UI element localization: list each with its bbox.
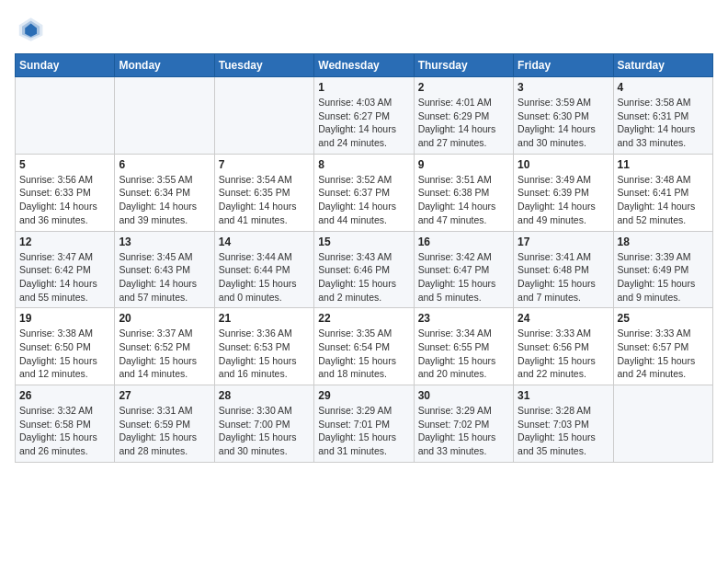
day-info: Sunrise: 3:32 AMSunset: 6:58 PMDaylight:… [19,404,110,458]
week-row-5: 26Sunrise: 3:32 AMSunset: 6:58 PMDayligh… [16,385,713,463]
day-number: 28 [219,389,310,402]
day-info: Sunrise: 3:44 AMSunset: 6:44 PMDaylight:… [219,250,310,304]
week-row-4: 19Sunrise: 3:38 AMSunset: 6:50 PMDayligh… [16,308,713,385]
day-number: 8 [318,158,409,171]
logo [15,15,48,44]
calendar-cell [613,385,712,463]
day-number: 6 [119,158,210,171]
calendar-cell: 16Sunrise: 3:42 AMSunset: 6:47 PMDayligh… [414,231,513,308]
calendar-header: SundayMondayTuesdayWednesdayThursdayFrid… [16,54,713,77]
day-number: 13 [119,236,210,248]
day-info: Sunrise: 3:30 AMSunset: 7:00 PMDaylight:… [219,404,310,458]
calendar-cell: 29Sunrise: 3:29 AMSunset: 7:01 PMDayligh… [314,385,414,463]
day-header-wednesday: Wednesday [314,54,414,77]
day-number: 19 [19,312,110,325]
day-info: Sunrise: 3:48 AMSunset: 6:41 PMDaylight:… [618,173,709,227]
day-number: 24 [518,312,609,325]
calendar-cell: 30Sunrise: 3:29 AMSunset: 7:02 PMDayligh… [414,385,513,463]
calendar-cell: 14Sunrise: 3:44 AMSunset: 6:44 PMDayligh… [214,231,313,308]
calendar-cell: 9Sunrise: 3:51 AMSunset: 6:38 PMDaylight… [414,154,513,231]
calendar-cell: 18Sunrise: 3:39 AMSunset: 6:49 PMDayligh… [613,231,712,308]
day-number: 16 [418,236,509,248]
calendar-cell: 31Sunrise: 3:28 AMSunset: 7:03 PMDayligh… [514,385,613,463]
day-number: 22 [318,312,409,325]
day-header-saturday: Saturday [613,54,712,77]
header-row: SundayMondayTuesdayWednesdayThursdayFrid… [16,54,713,77]
day-info: Sunrise: 3:28 AMSunset: 7:03 PMDaylight:… [518,404,609,458]
calendar-cell: 1Sunrise: 4:03 AMSunset: 6:27 PMDaylight… [314,77,414,155]
day-info: Sunrise: 3:31 AMSunset: 6:59 PMDaylight:… [119,404,210,458]
day-info: Sunrise: 3:38 AMSunset: 6:50 PMDaylight:… [19,327,110,381]
day-info: Sunrise: 3:35 AMSunset: 6:54 PMDaylight:… [318,327,409,381]
day-info: Sunrise: 3:29 AMSunset: 7:02 PMDaylight:… [418,404,509,458]
day-info: Sunrise: 3:55 AMSunset: 6:34 PMDaylight:… [119,173,210,227]
day-info: Sunrise: 3:52 AMSunset: 6:37 PMDaylight:… [318,173,409,227]
day-info: Sunrise: 3:37 AMSunset: 6:52 PMDaylight:… [119,327,210,381]
day-number: 25 [618,312,709,325]
day-number: 12 [19,236,110,248]
day-number: 20 [119,312,210,325]
day-number: 2 [418,81,509,94]
week-row-1: 1Sunrise: 4:03 AMSunset: 6:27 PMDaylight… [16,77,713,155]
day-info: Sunrise: 3:56 AMSunset: 6:33 PMDaylight:… [19,173,110,227]
day-number: 27 [119,389,210,402]
calendar-cell: 2Sunrise: 4:01 AMSunset: 6:29 PMDaylight… [414,77,513,155]
day-number: 5 [19,158,110,171]
calendar-cell: 15Sunrise: 3:43 AMSunset: 6:46 PMDayligh… [314,231,414,308]
day-info: Sunrise: 3:42 AMSunset: 6:47 PMDaylight:… [418,250,509,304]
page-container: SundayMondayTuesdayWednesdayThursdayFrid… [0,0,728,472]
day-number: 23 [418,312,509,325]
calendar-cell: 17Sunrise: 3:41 AMSunset: 6:48 PMDayligh… [514,231,613,308]
calendar-cell: 27Sunrise: 3:31 AMSunset: 6:59 PMDayligh… [115,385,214,463]
day-number: 26 [19,389,110,402]
day-number: 15 [318,236,409,248]
calendar-cell: 24Sunrise: 3:33 AMSunset: 6:56 PMDayligh… [514,308,613,385]
day-info: Sunrise: 3:58 AMSunset: 6:31 PMDaylight:… [618,96,709,150]
day-number: 29 [318,389,409,402]
calendar-cell: 8Sunrise: 3:52 AMSunset: 6:37 PMDaylight… [314,154,414,231]
calendar-cell: 26Sunrise: 3:32 AMSunset: 6:58 PMDayligh… [16,385,115,463]
calendar-cell: 28Sunrise: 3:30 AMSunset: 7:00 PMDayligh… [214,385,313,463]
calendar-cell: 12Sunrise: 3:47 AMSunset: 6:42 PMDayligh… [16,231,115,308]
day-info: Sunrise: 3:33 AMSunset: 6:56 PMDaylight:… [518,327,609,381]
calendar-cell: 6Sunrise: 3:55 AMSunset: 6:34 PMDaylight… [115,154,214,231]
day-info: Sunrise: 3:43 AMSunset: 6:46 PMDaylight:… [318,250,409,304]
day-info: Sunrise: 3:59 AMSunset: 6:30 PMDaylight:… [518,96,609,150]
day-info: Sunrise: 3:33 AMSunset: 6:57 PMDaylight:… [618,327,709,381]
calendar-cell [214,77,313,155]
day-info: Sunrise: 3:54 AMSunset: 6:35 PMDaylight:… [219,173,310,227]
calendar-cell: 5Sunrise: 3:56 AMSunset: 6:33 PMDaylight… [16,154,115,231]
day-info: Sunrise: 3:34 AMSunset: 6:55 PMDaylight:… [418,327,509,381]
calendar-cell: 23Sunrise: 3:34 AMSunset: 6:55 PMDayligh… [414,308,513,385]
day-info: Sunrise: 3:29 AMSunset: 7:01 PMDaylight:… [318,404,409,458]
day-info: Sunrise: 3:41 AMSunset: 6:48 PMDaylight:… [518,250,609,304]
calendar-cell: 20Sunrise: 3:37 AMSunset: 6:52 PMDayligh… [115,308,214,385]
calendar-cell: 11Sunrise: 3:48 AMSunset: 6:41 PMDayligh… [613,154,712,231]
day-info: Sunrise: 4:01 AMSunset: 6:29 PMDaylight:… [418,96,509,150]
calendar-body: 1Sunrise: 4:03 AMSunset: 6:27 PMDaylight… [16,77,713,463]
calendar-cell: 13Sunrise: 3:45 AMSunset: 6:43 PMDayligh… [115,231,214,308]
day-number: 11 [618,158,709,171]
day-number: 14 [219,236,310,248]
week-row-3: 12Sunrise: 3:47 AMSunset: 6:42 PMDayligh… [16,231,713,308]
day-number: 18 [618,236,709,248]
day-header-friday: Friday [514,54,613,77]
calendar-cell: 21Sunrise: 3:36 AMSunset: 6:53 PMDayligh… [214,308,313,385]
day-number: 3 [518,81,609,94]
calendar-cell: 25Sunrise: 3:33 AMSunset: 6:57 PMDayligh… [613,308,712,385]
page-header [15,15,713,44]
calendar-cell: 3Sunrise: 3:59 AMSunset: 6:30 PMDaylight… [514,77,613,155]
day-header-sunday: Sunday [16,54,115,77]
calendar-cell [16,77,115,155]
day-info: Sunrise: 3:47 AMSunset: 6:42 PMDaylight:… [19,250,110,304]
day-info: Sunrise: 3:49 AMSunset: 6:39 PMDaylight:… [518,173,609,227]
day-number: 4 [618,81,709,94]
calendar-cell: 7Sunrise: 3:54 AMSunset: 6:35 PMDaylight… [214,154,313,231]
day-header-monday: Monday [115,54,214,77]
day-number: 10 [518,158,609,171]
calendar-cell: 22Sunrise: 3:35 AMSunset: 6:54 PMDayligh… [314,308,414,385]
day-info: Sunrise: 3:51 AMSunset: 6:38 PMDaylight:… [418,173,509,227]
day-number: 1 [318,81,409,94]
day-info: Sunrise: 3:45 AMSunset: 6:43 PMDaylight:… [119,250,210,304]
day-header-tuesday: Tuesday [214,54,313,77]
